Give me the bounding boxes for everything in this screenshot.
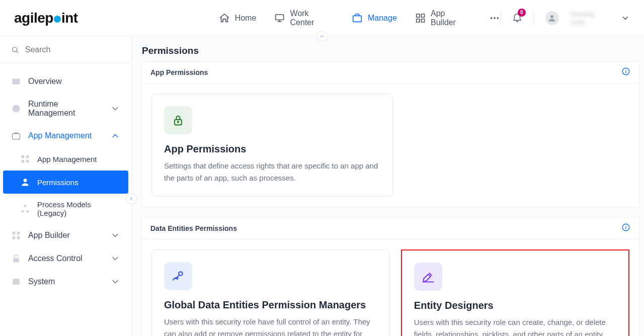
- svg-rect-23: [17, 232, 20, 235]
- page-title: Permissions: [141, 45, 644, 61]
- divider-icon: [500, 11, 501, 25]
- dots-icon: [489, 13, 500, 24]
- svg-rect-2: [416, 14, 419, 17]
- sidebar-item-access-control[interactable]: Access Control: [3, 247, 128, 270]
- logo[interactable]: agilepint: [14, 10, 78, 26]
- svg-point-9: [550, 15, 553, 18]
- nav-more[interactable]: [489, 9, 500, 27]
- sidebar-label: System: [28, 277, 55, 286]
- sidebar-sub-app-management[interactable]: App Management: [3, 147, 128, 171]
- svg-point-12: [13, 105, 20, 113]
- svg-rect-19: [24, 205, 27, 207]
- chevron-down-icon[interactable]: [621, 14, 630, 23]
- svg-rect-5: [421, 19, 424, 22]
- monitor-icon: [274, 13, 285, 24]
- svg-rect-16: [22, 160, 25, 163]
- tree-icon: [20, 204, 30, 214]
- svg-point-32: [179, 272, 183, 276]
- notifications-button[interactable]: 0: [512, 12, 523, 25]
- header-right: 0 Dummy User: [500, 10, 630, 26]
- sidebar-label: App Management: [28, 131, 92, 140]
- server-icon: [11, 277, 21, 287]
- svg-point-7: [494, 17, 496, 19]
- info-button[interactable]: [621, 67, 630, 78]
- nav-manage[interactable]: Manage: [352, 9, 397, 27]
- chevron-down-icon: [110, 230, 120, 240]
- sidebar-label: App Management: [37, 155, 97, 163]
- sidebar-item-system[interactable]: System: [3, 270, 128, 293]
- nav-home[interactable]: Home: [219, 9, 257, 27]
- sidebar-item-app-builder[interactable]: App Builder: [3, 224, 128, 247]
- chevron-down-icon: [110, 104, 120, 114]
- svg-rect-0: [276, 14, 284, 20]
- card-entity-designers[interactable]: Entity Designers Users with this securit…: [401, 249, 629, 336]
- logo-text-post: int: [61, 10, 78, 26]
- section-data-entities-permissions: Data Entities Permissions Global Data En…: [141, 217, 640, 336]
- grid-icon: [11, 230, 21, 240]
- collapse-header-button[interactable]: [316, 31, 328, 41]
- nav-app-builder[interactable]: App Builder: [415, 9, 471, 27]
- card-app-permissions[interactable]: App Permissions Settings that define acc…: [151, 94, 393, 197]
- nav-work-center[interactable]: Work Center: [274, 9, 334, 27]
- sidebar-search[interactable]: [0, 36, 131, 64]
- sidebar-sub-permissions[interactable]: Permissions: [3, 171, 128, 194]
- card-title: Entity Designers: [414, 300, 616, 311]
- info-icon: [621, 223, 630, 232]
- svg-rect-26: [13, 258, 19, 262]
- svg-rect-13: [13, 134, 20, 139]
- svg-point-8: [497, 17, 499, 19]
- avatar[interactable]: [545, 11, 559, 25]
- apps-icon: [20, 154, 30, 164]
- info-button[interactable]: [621, 223, 630, 234]
- section-title: Data Entities Permissions: [150, 224, 237, 232]
- collapse-sidebar-button[interactable]: [126, 193, 137, 204]
- svg-rect-15: [26, 155, 29, 158]
- search-icon: [11, 45, 19, 54]
- chart-icon: [11, 76, 21, 87]
- person-icon: [20, 177, 30, 187]
- svg-point-30: [178, 121, 179, 122]
- search-input[interactable]: [25, 45, 120, 54]
- sidebar-item-app-management[interactable]: App Management: [3, 124, 128, 147]
- app-header: agilepint Home Work Center Manage App Bu…: [0, 0, 644, 36]
- sidebar: Overview Runtime Management App Manageme…: [0, 36, 132, 336]
- logo-dot-icon: [54, 16, 61, 23]
- svg-point-18: [24, 179, 27, 182]
- sidebar-label: App Builder: [28, 231, 70, 240]
- svg-rect-4: [416, 19, 419, 22]
- key-hand-icon: [164, 262, 192, 290]
- sidebar-item-runtime-management[interactable]: Runtime Management: [3, 93, 128, 124]
- section-app-permissions: App Permissions App Permissions Settings…: [141, 61, 640, 207]
- svg-rect-17: [26, 160, 29, 163]
- svg-point-6: [491, 17, 493, 19]
- info-icon: [621, 67, 630, 76]
- logo-text-pre: agilep: [14, 10, 53, 26]
- main-content: Permissions App Permissions App Permissi…: [132, 36, 644, 336]
- design-icon: [414, 263, 442, 291]
- briefcase-icon: [352, 13, 363, 24]
- svg-rect-1: [353, 16, 362, 22]
- svg-rect-21: [27, 210, 29, 212]
- lock-icon: [11, 254, 21, 264]
- grid-icon: [415, 13, 426, 24]
- card-title: App Permissions: [164, 143, 380, 155]
- svg-rect-22: [13, 232, 16, 235]
- nav-work-center-label: Work Center: [290, 9, 334, 27]
- svg-rect-24: [13, 236, 16, 239]
- card-global-data-entities-managers[interactable]: Global Data Entities Permission Managers…: [151, 249, 390, 336]
- svg-rect-27: [13, 279, 19, 285]
- sidebar-item-overview[interactable]: Overview: [3, 70, 128, 93]
- nav-manage-label: Manage: [368, 14, 397, 23]
- card-desc: Users with this security role can create…: [414, 316, 616, 336]
- svg-rect-25: [17, 236, 20, 239]
- top-nav: Home Work Center Manage App Builder: [219, 9, 500, 27]
- sidebar-sub-process-models[interactable]: Process Models (Legacy): [3, 194, 128, 224]
- sidebar-label: Access Control: [28, 254, 83, 263]
- card-desc: Settings that define access rights that …: [164, 160, 380, 184]
- clock-icon: [11, 104, 21, 114]
- chevron-left-icon: [128, 196, 134, 202]
- svg-rect-11: [13, 78, 20, 85]
- svg-point-10: [13, 47, 17, 52]
- svg-rect-20: [22, 210, 24, 212]
- nav-home-label: Home: [235, 14, 257, 23]
